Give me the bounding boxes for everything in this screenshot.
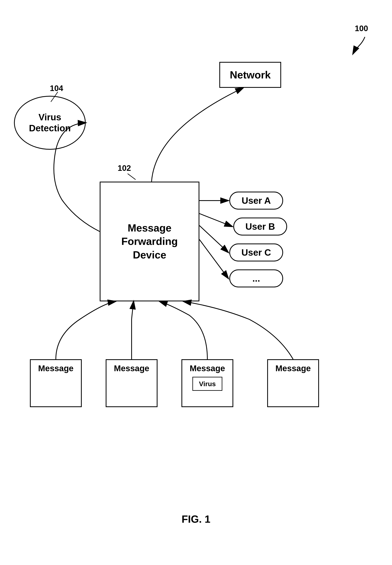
- message-label-1: Message: [38, 364, 73, 373]
- mfd-box: MessageForwardingDevice: [100, 182, 199, 301]
- mfd-label: MessageForwardingDevice: [121, 221, 178, 262]
- message-box-1: Message: [30, 359, 82, 407]
- virus-inner-box: Virus: [192, 377, 222, 391]
- virus-inner-label: Virus: [199, 380, 216, 388]
- network-box: Network: [219, 62, 281, 88]
- virus-detection-oval: VirusDetection: [14, 96, 86, 150]
- ref-100-label: 100: [355, 24, 368, 33]
- user-b-label: User B: [245, 221, 275, 232]
- user-c-box: User C: [229, 243, 283, 261]
- message-label-2: Message: [114, 364, 149, 373]
- ref-102-label: 102: [118, 164, 131, 173]
- ref-104-label: 104: [50, 84, 63, 93]
- message-box-4: Message: [267, 359, 319, 407]
- svg-line-4: [199, 225, 228, 253]
- diagram: 100 Network VirusDetection 104 102 Messa…: [0, 0, 392, 565]
- user-b-box: User B: [233, 218, 287, 236]
- message-label-3: Message: [190, 364, 225, 373]
- message-box-3: Message Virus: [182, 359, 233, 407]
- fig-label: FIG. 1: [182, 513, 210, 525]
- svg-line-5: [199, 239, 228, 278]
- message-box-2: Message: [106, 359, 157, 407]
- network-label: Network: [230, 69, 271, 81]
- virus-detection-label: VirusDetection: [29, 112, 71, 134]
- user-a-label: User A: [242, 195, 271, 206]
- svg-line-3: [199, 214, 232, 226]
- user-a-box: User A: [229, 192, 283, 209]
- user-dots-label: ...: [252, 273, 260, 284]
- user-dots-box: ...: [229, 269, 283, 287]
- user-c-label: User C: [241, 247, 271, 258]
- message-label-4: Message: [275, 364, 311, 373]
